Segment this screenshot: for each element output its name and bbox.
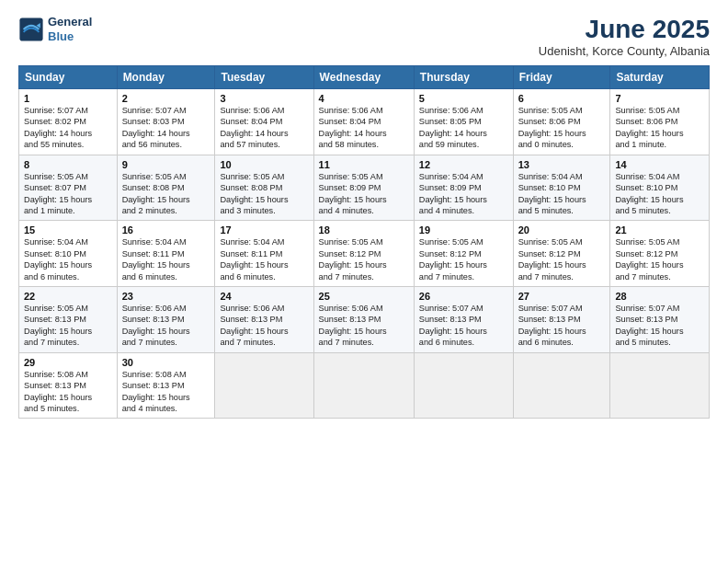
col-tuesday: Tuesday bbox=[215, 66, 313, 89]
day-info: Sunrise: 5:04 AMSunset: 8:10 PMDaylight:… bbox=[24, 236, 112, 282]
day-number: 15 bbox=[24, 224, 112, 236]
day-info: Sunrise: 5:05 AMSunset: 8:08 PMDaylight:… bbox=[220, 171, 308, 217]
calendar-week-row: 8Sunrise: 5:05 AMSunset: 8:07 PMDaylight… bbox=[19, 155, 710, 221]
day-info: Sunrise: 5:06 AMSunset: 8:13 PMDaylight:… bbox=[220, 303, 308, 349]
day-number: 28 bbox=[615, 291, 704, 302]
day-number: 8 bbox=[24, 159, 112, 170]
table-row: 2Sunrise: 5:07 AMSunset: 8:03 PMDaylight… bbox=[117, 89, 215, 155]
day-number: 4 bbox=[319, 93, 409, 104]
day-number: 18 bbox=[319, 224, 409, 236]
day-info: Sunrise: 5:04 AMSunset: 8:09 PMDaylight:… bbox=[419, 171, 508, 217]
table-row bbox=[215, 352, 313, 419]
day-info: Sunrise: 5:06 AMSunset: 8:05 PMDaylight:… bbox=[419, 105, 508, 151]
table-row: 18Sunrise: 5:05 AMSunset: 8:12 PMDayligh… bbox=[313, 221, 414, 287]
day-info: Sunrise: 5:05 AMSunset: 8:13 PMDaylight:… bbox=[24, 303, 112, 349]
table-row: 27Sunrise: 5:07 AMSunset: 8:13 PMDayligh… bbox=[513, 287, 610, 353]
table-row: 3Sunrise: 5:06 AMSunset: 8:04 PMDaylight… bbox=[215, 89, 313, 155]
day-number: 25 bbox=[319, 291, 409, 302]
day-info: Sunrise: 5:04 AMSunset: 8:11 PMDaylight:… bbox=[220, 236, 308, 282]
day-number: 9 bbox=[122, 159, 210, 170]
table-row: 26Sunrise: 5:07 AMSunset: 8:13 PMDayligh… bbox=[414, 287, 513, 353]
day-info: Sunrise: 5:04 AMSunset: 8:10 PMDaylight:… bbox=[518, 171, 606, 217]
day-info: Sunrise: 5:05 AMSunset: 8:06 PMDaylight:… bbox=[615, 105, 704, 151]
logo-general: General bbox=[48, 15, 92, 29]
day-number: 5 bbox=[419, 93, 508, 104]
day-number: 3 bbox=[220, 93, 308, 104]
table-row: 30Sunrise: 5:08 AMSunset: 8:13 PMDayligh… bbox=[117, 352, 215, 419]
table-row: 1Sunrise: 5:07 AMSunset: 8:02 PMDaylight… bbox=[19, 89, 118, 155]
day-info: Sunrise: 5:06 AMSunset: 8:13 PMDaylight:… bbox=[319, 303, 409, 349]
table-row: 29Sunrise: 5:08 AMSunset: 8:13 PMDayligh… bbox=[19, 352, 118, 419]
col-wednesday: Wednesday bbox=[313, 66, 414, 89]
table-row: 21Sunrise: 5:05 AMSunset: 8:12 PMDayligh… bbox=[610, 221, 710, 287]
day-info: Sunrise: 5:04 AMSunset: 8:11 PMDaylight:… bbox=[122, 236, 210, 282]
logo-blue: Blue bbox=[48, 29, 92, 44]
table-row: 5Sunrise: 5:06 AMSunset: 8:05 PMDaylight… bbox=[414, 89, 513, 155]
table-row: 13Sunrise: 5:04 AMSunset: 8:10 PMDayligh… bbox=[513, 155, 610, 221]
day-info: Sunrise: 5:07 AMSunset: 8:13 PMDaylight:… bbox=[518, 303, 606, 349]
day-info: Sunrise: 5:07 AMSunset: 8:03 PMDaylight:… bbox=[122, 105, 210, 151]
day-number: 27 bbox=[518, 291, 606, 302]
day-number: 16 bbox=[122, 224, 210, 236]
day-number: 17 bbox=[220, 224, 308, 236]
calendar: Sunday Monday Tuesday Wednesday Thursday… bbox=[18, 65, 710, 419]
calendar-week-row: 22Sunrise: 5:05 AMSunset: 8:13 PMDayligh… bbox=[19, 287, 710, 353]
table-row: 19Sunrise: 5:05 AMSunset: 8:12 PMDayligh… bbox=[414, 221, 513, 287]
table-row: 10Sunrise: 5:05 AMSunset: 8:08 PMDayligh… bbox=[215, 155, 313, 221]
col-thursday: Thursday bbox=[414, 66, 513, 89]
day-info: Sunrise: 5:05 AMSunset: 8:12 PMDaylight:… bbox=[319, 236, 409, 282]
day-info: Sunrise: 5:07 AMSunset: 8:13 PMDaylight:… bbox=[419, 303, 508, 349]
col-monday: Monday bbox=[117, 66, 215, 89]
table-row bbox=[610, 352, 710, 419]
table-row: 6Sunrise: 5:05 AMSunset: 8:06 PMDaylight… bbox=[513, 89, 610, 155]
table-row: 9Sunrise: 5:05 AMSunset: 8:08 PMDaylight… bbox=[117, 155, 215, 221]
table-row: 25Sunrise: 5:06 AMSunset: 8:13 PMDayligh… bbox=[313, 287, 414, 353]
table-row: 11Sunrise: 5:05 AMSunset: 8:09 PMDayligh… bbox=[313, 155, 414, 221]
day-info: Sunrise: 5:06 AMSunset: 8:04 PMDaylight:… bbox=[220, 105, 308, 151]
day-info: Sunrise: 5:05 AMSunset: 8:12 PMDaylight:… bbox=[419, 236, 508, 282]
table-row: 24Sunrise: 5:06 AMSunset: 8:13 PMDayligh… bbox=[215, 287, 313, 353]
table-row: 20Sunrise: 5:05 AMSunset: 8:12 PMDayligh… bbox=[513, 221, 610, 287]
day-number: 7 bbox=[615, 93, 704, 104]
day-info: Sunrise: 5:05 AMSunset: 8:12 PMDaylight:… bbox=[518, 236, 606, 282]
day-number: 23 bbox=[122, 291, 210, 302]
day-info: Sunrise: 5:08 AMSunset: 8:13 PMDaylight:… bbox=[122, 369, 210, 415]
table-row: 22Sunrise: 5:05 AMSunset: 8:13 PMDayligh… bbox=[19, 287, 118, 353]
table-row: 4Sunrise: 5:06 AMSunset: 8:04 PMDaylight… bbox=[313, 89, 414, 155]
day-info: Sunrise: 5:05 AMSunset: 8:07 PMDaylight:… bbox=[24, 171, 112, 217]
title-area: June 2025 Udenisht, Korce County, Albani… bbox=[539, 15, 710, 58]
day-number: 29 bbox=[24, 357, 112, 368]
day-info: Sunrise: 5:07 AMSunset: 8:13 PMDaylight:… bbox=[615, 303, 704, 349]
calendar-week-row: 15Sunrise: 5:04 AMSunset: 8:10 PMDayligh… bbox=[19, 221, 710, 287]
table-row: 14Sunrise: 5:04 AMSunset: 8:10 PMDayligh… bbox=[610, 155, 710, 221]
logo: General Blue bbox=[18, 15, 92, 43]
table-row: 17Sunrise: 5:04 AMSunset: 8:11 PMDayligh… bbox=[215, 221, 313, 287]
day-info: Sunrise: 5:08 AMSunset: 8:13 PMDaylight:… bbox=[24, 369, 112, 415]
table-row: 7Sunrise: 5:05 AMSunset: 8:06 PMDaylight… bbox=[610, 89, 710, 155]
table-row: 16Sunrise: 5:04 AMSunset: 8:11 PMDayligh… bbox=[117, 221, 215, 287]
table-row: 12Sunrise: 5:04 AMSunset: 8:09 PMDayligh… bbox=[414, 155, 513, 221]
calendar-week-row: 29Sunrise: 5:08 AMSunset: 8:13 PMDayligh… bbox=[19, 352, 710, 419]
day-number: 26 bbox=[419, 291, 508, 302]
day-number: 14 bbox=[615, 159, 704, 170]
day-info: Sunrise: 5:04 AMSunset: 8:10 PMDaylight:… bbox=[615, 171, 704, 217]
day-number: 1 bbox=[24, 93, 112, 104]
day-number: 2 bbox=[122, 93, 210, 104]
day-number: 22 bbox=[24, 291, 112, 302]
col-friday: Friday bbox=[513, 66, 610, 89]
day-number: 19 bbox=[419, 224, 508, 236]
table-row bbox=[513, 352, 610, 419]
header: General Blue June 2025 Udenisht, Korce C… bbox=[18, 15, 710, 58]
day-number: 10 bbox=[220, 159, 308, 170]
table-row bbox=[414, 352, 513, 419]
calendar-header-row: Sunday Monday Tuesday Wednesday Thursday… bbox=[19, 66, 710, 89]
table-row: 28Sunrise: 5:07 AMSunset: 8:13 PMDayligh… bbox=[610, 287, 710, 353]
table-row bbox=[313, 352, 414, 419]
location-subtitle: Udenisht, Korce County, Albania bbox=[539, 44, 710, 58]
day-number: 21 bbox=[615, 224, 704, 236]
day-info: Sunrise: 5:07 AMSunset: 8:02 PMDaylight:… bbox=[24, 105, 112, 151]
day-info: Sunrise: 5:05 AMSunset: 8:12 PMDaylight:… bbox=[615, 236, 704, 282]
day-number: 13 bbox=[518, 159, 606, 170]
day-info: Sunrise: 5:06 AMSunset: 8:13 PMDaylight:… bbox=[122, 303, 210, 349]
logo-icon bbox=[18, 17, 44, 42]
